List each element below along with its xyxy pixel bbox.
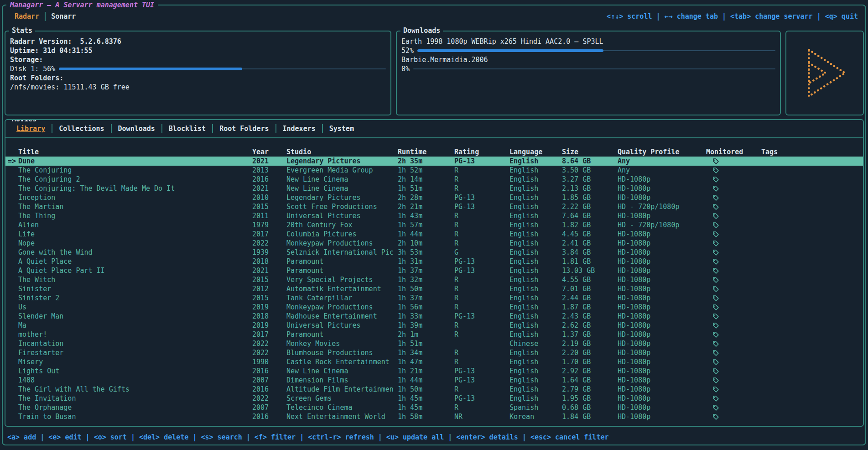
movies-tab[interactable]: Collections xyxy=(52,124,110,133)
cell-tags xyxy=(761,366,863,376)
table-row[interactable]: Misery 1990 Castle Rock Entertainment 1h… xyxy=(5,357,863,366)
progress-fill xyxy=(59,68,242,70)
table-row[interactable]: A Quiet Place Part II 2021 Paramount 1h … xyxy=(5,266,863,275)
col-title[interactable]: Title xyxy=(18,147,252,157)
cell-title: Life xyxy=(18,230,252,239)
movies-tab[interactable]: Library xyxy=(10,124,52,133)
table-row[interactable]: 1408 2007 Dimension Films 1h 44m PG-13 E… xyxy=(5,376,863,385)
cell-language: Spanish xyxy=(509,403,562,412)
table-row[interactable]: Slender Man 2018 Madhouse Entertainment … xyxy=(5,312,863,321)
cell-quality: HD-1080p xyxy=(618,239,706,248)
cell-language: English xyxy=(509,376,562,385)
table-row[interactable]: Firestarter 2022 Blumhouse Productions 1… xyxy=(5,348,863,357)
table-row[interactable]: Incantation 2022 Monkey Movies 1h 51m Ch… xyxy=(5,339,863,348)
cell-studio: Selznick International Pic xyxy=(286,248,398,257)
table-header: Title Year Studio Runtime Rating Languag… xyxy=(5,147,863,157)
table-row[interactable]: Alien 1979 20th Century Fox 1h 57m R Eng… xyxy=(5,220,863,230)
col-quality-profile[interactable]: Quality Profile xyxy=(618,147,706,157)
cell-quality: HD-1080p xyxy=(618,303,706,312)
cell-tags xyxy=(761,348,863,357)
cell-rating: PG-13 xyxy=(454,193,509,202)
cell-year: 1939 xyxy=(252,248,286,257)
movies-tab[interactable]: Downloads xyxy=(111,124,161,133)
table-row[interactable]: The Martian 2015 Scott Free Productions … xyxy=(5,202,863,211)
cell-studio: Tank Caterpillar xyxy=(286,293,398,303)
table-row[interactable]: Inception 2010 Legendary Pictures 2h 28m… xyxy=(5,193,863,202)
cell-monitored xyxy=(706,403,761,412)
table-row[interactable]: Life 2017 Columbia Pictures 1h 44m R Eng… xyxy=(5,230,863,239)
movies-tab[interactable]: Root Folders xyxy=(212,124,275,133)
cell-monitored xyxy=(706,211,761,220)
cell-year: 2022 xyxy=(252,339,286,348)
table-row[interactable]: Train to Busan 2016 Next Entertainment W… xyxy=(5,412,863,421)
monitored-tag-icon xyxy=(712,395,719,402)
movies-tab[interactable]: Indexers xyxy=(275,124,322,133)
app-title: Managarr — A Servarr management TUI xyxy=(6,1,158,9)
cell-monitored xyxy=(706,257,761,266)
cell-language: English xyxy=(509,211,562,220)
col-monitored[interactable]: Monitored xyxy=(706,147,761,157)
table-row[interactable]: Sinister 2012 Automatik Entertainment 1h… xyxy=(5,284,863,293)
cell-runtime: 1h 57m xyxy=(398,220,454,230)
table-row[interactable]: Gone with the Wind 1939 Selznick Interna… xyxy=(5,248,863,257)
table-row[interactable]: The Orphanage 2007 Telecinco Cinema 1h 4… xyxy=(5,403,863,412)
cell-studio: Dimension Films xyxy=(286,376,398,385)
cell-quality: HD-1080p xyxy=(618,376,706,385)
movies-panel: Movies Library Collections Downloads Blo… xyxy=(5,119,864,427)
table-row[interactable]: Us 2019 Monkeypaw Productions 1h 56m R E… xyxy=(5,303,863,312)
col-size[interactable]: Size xyxy=(562,147,618,157)
table-row[interactable]: mother! 2017 Paramount 2h 1m R English 1… xyxy=(5,330,863,339)
cell-tags xyxy=(761,211,863,220)
table-row[interactable]: Sinister 2 2015 Tank Caterpillar 1h 37m … xyxy=(5,293,863,303)
table-row[interactable]: The Conjuring: The Devil Made Me Do It 2… xyxy=(5,184,863,193)
col-rating[interactable]: Rating xyxy=(454,147,509,157)
movies-tab[interactable]: System xyxy=(322,124,360,133)
table-row[interactable]: The Conjuring 2013 Evergreen Media Group… xyxy=(5,166,863,175)
table-row[interactable]: The Thing 2011 Universal Pictures 1h 43m… xyxy=(5,211,863,220)
table-row[interactable]: The Invitation 2022 Screen Gems 1h 45m P… xyxy=(5,394,863,403)
cell-studio: Automatik Entertainment xyxy=(286,284,398,293)
table-row[interactable]: Ma 2019 Universal Pictures 1h 39m R Engl… xyxy=(5,321,863,330)
table-row[interactable]: The Witch 2015 Very Special Projects 1h … xyxy=(5,275,863,284)
table-row[interactable]: Nope 2022 Monkeypaw Productions 2h 10m R… xyxy=(5,239,863,248)
cell-language: English xyxy=(509,166,562,175)
storage-label: Storage: xyxy=(10,55,386,64)
cell-tags xyxy=(761,157,863,166)
table-row[interactable]: => Dune 2021 Legendary Pictures 2h 35m P… xyxy=(5,157,863,166)
col-studio[interactable]: Studio xyxy=(286,147,398,157)
col-language[interactable]: Language xyxy=(509,147,562,157)
cell-tags xyxy=(761,220,863,230)
cell-monitored xyxy=(706,339,761,348)
movies-tab[interactable]: Blocklist xyxy=(161,124,212,133)
cell-studio: Monkey Movies xyxy=(286,339,398,348)
table-row[interactable]: A Quiet Place 2018 Paramount 1h 31m PG-1… xyxy=(5,257,863,266)
servarr-tab[interactable]: Sonarr xyxy=(45,12,81,21)
col-year[interactable]: Year xyxy=(252,147,286,157)
cell-title: Sinister 2 xyxy=(18,293,252,303)
cell-size: 7.64 GB xyxy=(562,211,618,220)
table-row[interactable]: The Girl with All the Gifts 2016 Altitud… xyxy=(5,385,863,394)
monitored-tag-icon xyxy=(712,222,719,229)
cell-runtime: 2h 14m xyxy=(398,175,454,184)
cell-monitored xyxy=(706,220,761,230)
cell-tags xyxy=(761,376,863,385)
col-tags[interactable]: Tags xyxy=(761,147,863,157)
cell-tags xyxy=(761,321,863,330)
cell-runtime: 1h 33m xyxy=(398,312,454,321)
cell-rating: R xyxy=(454,330,509,339)
cell-year: 2010 xyxy=(252,193,286,202)
cell-rating: R xyxy=(454,284,509,293)
cell-language: English xyxy=(509,312,562,321)
cell-year: 2012 xyxy=(252,284,286,293)
cell-rating: PG-13 xyxy=(454,312,509,321)
table-row[interactable]: Lights Out 2016 New Line Cinema 1h 21m P… xyxy=(5,366,863,376)
servarr-tab[interactable]: Radarr xyxy=(9,12,45,21)
table-row[interactable]: The Conjuring 2 2016 New Line Cinema 2h … xyxy=(5,175,863,184)
cell-year: 2015 xyxy=(252,202,286,211)
cell-tags xyxy=(761,166,863,175)
col-runtime[interactable]: Runtime xyxy=(398,147,454,157)
cell-tags xyxy=(761,293,863,303)
cell-size: 1.81 GB xyxy=(562,257,618,266)
cell-quality: HD-1080p xyxy=(618,230,706,239)
uptime: Uptime: 31d 04:31:55 xyxy=(10,46,386,55)
